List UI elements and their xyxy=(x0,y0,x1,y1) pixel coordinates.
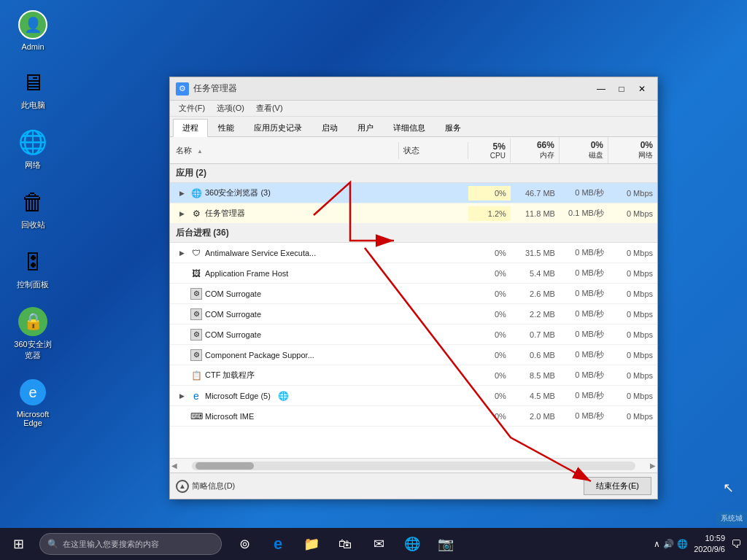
process-mem-am: 31.5 MB xyxy=(511,246,560,260)
volume-icon[interactable]: 🔊 xyxy=(663,539,674,549)
edge-icon: e xyxy=(18,378,47,407)
menubar: 文件(F) 选项(O) 查看(V) xyxy=(170,101,657,117)
network-label: 网络 xyxy=(25,160,41,171)
process-name-comsurrogate2: ▶ ⚙ COM Surrogate xyxy=(170,306,399,323)
titlebar: ⚙ 任务管理器 — □ ✕ xyxy=(170,77,657,101)
comsurrogate2-icon: ⚙ xyxy=(190,308,202,320)
section-header-background: 后台进程 (36) xyxy=(170,224,657,243)
tab-process[interactable]: 进程 xyxy=(173,119,208,137)
expand-icon-edge[interactable]: ▶ xyxy=(176,390,187,402)
horizontal-scrollbar[interactable]: ◀ ▶ xyxy=(170,458,657,472)
search-bar[interactable]: 🔍 在这里输入您要搜索的内容 xyxy=(39,533,222,555)
notification-button[interactable]: 🗨 xyxy=(731,538,741,550)
tray-expand-icon[interactable]: ∧ xyxy=(654,539,660,549)
expand-icon[interactable]: ▶ xyxy=(176,187,187,199)
toggle-detail-button[interactable]: ▲ xyxy=(176,480,189,493)
edge-label: Microsoft Edge xyxy=(10,410,55,427)
network-status-icon[interactable]: 🌐 xyxy=(677,539,688,549)
process-cpu-afh: 0% xyxy=(468,266,511,281)
explorer-taskbar-button[interactable]: 📁 xyxy=(298,530,325,558)
scrollbar-track[interactable] xyxy=(192,462,635,470)
mouse-cursor: ↖ xyxy=(723,480,734,496)
expand-icon-tm[interactable]: ▶ xyxy=(176,208,187,219)
tab-users[interactable]: 用户 xyxy=(348,119,383,136)
tab-startup[interactable]: 启动 xyxy=(312,119,347,136)
desktop-icon-admin[interactable]: 👤 Admin xyxy=(7,7,58,54)
process-row-msime[interactable]: ▶ ⌨ Microsoft IME 0% 2.0 MB 0 MB/秒 0 Mbp… xyxy=(170,406,657,427)
desktop-icon-computer[interactable]: 🖥 此电脑 xyxy=(7,65,58,114)
col-header-disk[interactable]: 0% 磁盘 xyxy=(560,137,608,163)
process-name-appframehost: ▶ 🖼 Application Frame Host xyxy=(170,265,399,282)
system-tray[interactable]: ∧ 🔊 🌐 xyxy=(654,539,688,549)
scrollbar-thumb[interactable] xyxy=(196,462,254,470)
admin-label: Admin xyxy=(21,42,44,51)
clock[interactable]: 10:59 2020/9/6 xyxy=(694,533,725,556)
minimize-button[interactable]: — xyxy=(592,82,611,96)
desktop-icon-network[interactable]: 🌐 网络 xyxy=(7,125,58,174)
column-headers: 名称 ▲ 状态 5% CPU 66% 内存 0% 磁盘 0% xyxy=(170,137,657,164)
process-disk-am: 0 MB/秒 xyxy=(560,244,608,261)
desktop-icon-edge[interactable]: e Microsoft Edge xyxy=(7,375,58,430)
desktop-icon-recycle[interactable]: 🗑 回收站 xyxy=(7,184,58,233)
process-row-comsurrogate2[interactable]: ▶ ⚙ COM Surrogate 0% 2.2 MB 0 MB/秒 0 Mbp… xyxy=(170,304,657,324)
col-header-mem[interactable]: 66% 内存 xyxy=(511,137,560,163)
process-row-appframehost[interactable]: ▶ 🖼 Application Frame Host 0% 5.4 MB 0 M… xyxy=(170,263,657,284)
process-name-360browser: ▶ 🌐 360安全浏览器 (3) xyxy=(170,184,399,202)
col-header-name[interactable]: 名称 ▲ xyxy=(170,142,399,159)
bottom-info-label: 简略信息(D) xyxy=(192,481,235,491)
process-row-360browser[interactable]: ▶ 🌐 360安全浏览器 (3) 0% 46.7 MB 0 MB/秒 0 Mbp… xyxy=(170,183,657,203)
desktop-icon-control-panel[interactable]: 🎛 控制面板 xyxy=(7,244,58,293)
taskview-button[interactable]: ⊚ xyxy=(231,530,258,558)
date-display: 2020/9/6 xyxy=(694,544,725,555)
process-disk-afh: 0 MB/秒 xyxy=(560,265,608,281)
process-status-tm xyxy=(399,211,468,217)
tab-app-history[interactable]: 应用历史记录 xyxy=(244,119,311,136)
store-taskbar-button[interactable]: 🛍 xyxy=(331,530,359,558)
process-row-taskmanager[interactable]: ▶ ⚙ 任务管理器 1.2% 11.8 MB 0.1 MB/秒 0 Mbps xyxy=(170,203,657,224)
camera-icon: 📷 xyxy=(438,536,454,552)
desktop-icon-browser360[interactable]: 🔒 360安全浏览器 xyxy=(7,304,58,364)
browser360-icon: 🔒 xyxy=(18,307,47,336)
process-row-msedge[interactable]: ▶ e Microsoft Edge (5) 🌐 0% 4.5 MB 0 MB/… xyxy=(170,386,657,406)
start-button[interactable]: ⊞ xyxy=(0,528,36,560)
search-placeholder: 在这里输入您要搜索的内容 xyxy=(63,539,159,550)
tab-services[interactable]: 服务 xyxy=(436,119,471,136)
process-mem-afh: 5.4 MB xyxy=(511,266,560,281)
menu-options[interactable]: 选项(O) xyxy=(211,101,250,115)
maximize-button[interactable]: □ xyxy=(612,82,631,96)
mail-taskbar-button[interactable]: ✉ xyxy=(365,530,392,558)
process-disk-360browser: 0 MB/秒 xyxy=(560,184,608,201)
search-icon: 🔍 xyxy=(47,539,58,549)
process-row-comsurrogate1[interactable]: ▶ ⚙ COM Surrogate 0% 2.6 MB 0 MB/秒 0 Mbp… xyxy=(170,284,657,304)
col-header-cpu[interactable]: 5% CPU xyxy=(468,139,511,163)
process-row-antimalware[interactable]: ▶ 🛡 Antimalware Service Executa... 0% 31… xyxy=(170,243,657,263)
tab-details[interactable]: 详细信息 xyxy=(384,119,435,136)
task-manager-window: ⚙ 任务管理器 — □ ✕ 文件(F) 选项(O) 查看(V) 进程 性能 应用… xyxy=(169,77,658,499)
appframehost-icon: 🖼 xyxy=(190,268,202,279)
antimalware-icon: 🛡 xyxy=(190,247,202,259)
control-panel-label: 控制面板 xyxy=(17,279,49,290)
tab-performance[interactable]: 性能 xyxy=(209,119,244,136)
edge-taskbar-button[interactable]: e xyxy=(264,530,292,558)
process-name-comsurrogate3: ▶ ⚙ COM Surrogate xyxy=(170,326,399,343)
process-cpu-360browser: 0% xyxy=(468,186,511,201)
close-button[interactable]: ✕ xyxy=(632,82,651,96)
camera-taskbar-button[interactable]: 📷 xyxy=(432,530,460,558)
process-row-ctf[interactable]: ▶ 📋 CTF 加载程序 0% 8.5 MB 0 MB/秒 0 Mbps xyxy=(170,365,657,386)
col-header-net[interactable]: 0% 网络 xyxy=(608,137,657,163)
menu-view[interactable]: 查看(V) xyxy=(250,101,289,115)
bottom-info: ▲ 简略信息(D) xyxy=(176,480,584,493)
process-disk-tm: 0.1 MB/秒 xyxy=(560,205,608,222)
end-task-button[interactable]: 结束任务(E) xyxy=(584,477,651,495)
process-list[interactable]: 应用 (2) ▶ 🌐 360安全浏览器 (3) 0% 46.7 MB 0 MB/… xyxy=(170,164,657,458)
process-row-comsurrogate3[interactable]: ▶ ⚙ COM Surrogate 0% 0.7 MB 0 MB/秒 0 Mbp… xyxy=(170,324,657,345)
windows-logo-icon: ⊞ xyxy=(13,536,24,552)
expand-icon-am[interactable]: ▶ xyxy=(176,247,187,259)
menu-file[interactable]: 文件(F) xyxy=(173,101,211,115)
browser360-label: 360安全浏览器 xyxy=(10,339,55,361)
edge-taskbar-icon: e xyxy=(274,534,282,553)
browser360-taskbar-button[interactable]: 🌐 xyxy=(398,530,426,558)
comsurrogate1-icon: ⚙ xyxy=(190,288,202,300)
col-header-status[interactable]: 状态 xyxy=(399,142,469,159)
process-row-component[interactable]: ▶ ⚙ Component Package Suppor... 0% 0.6 M… xyxy=(170,345,657,365)
